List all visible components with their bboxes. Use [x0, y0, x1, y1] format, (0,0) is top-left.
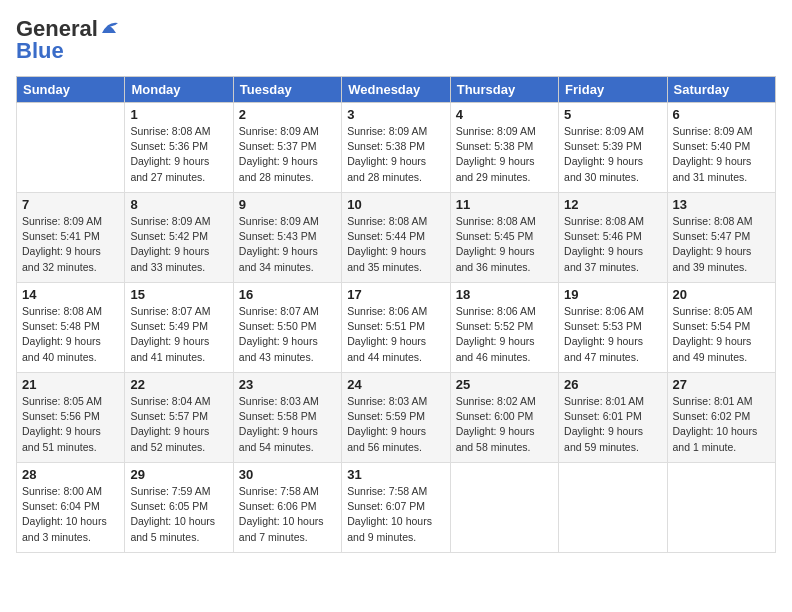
calendar-week-row: 7Sunrise: 8:09 AMSunset: 5:41 PMDaylight…	[17, 193, 776, 283]
calendar-cell: 7Sunrise: 8:09 AMSunset: 5:41 PMDaylight…	[17, 193, 125, 283]
day-number: 6	[673, 107, 770, 122]
calendar-cell	[559, 463, 667, 553]
calendar-week-row: 1Sunrise: 8:08 AMSunset: 5:36 PMDaylight…	[17, 103, 776, 193]
day-number: 13	[673, 197, 770, 212]
day-info: Sunrise: 8:06 AMSunset: 5:51 PMDaylight:…	[347, 304, 444, 365]
day-info: Sunrise: 8:05 AMSunset: 5:54 PMDaylight:…	[673, 304, 770, 365]
day-number: 30	[239, 467, 336, 482]
day-info: Sunrise: 8:02 AMSunset: 6:00 PMDaylight:…	[456, 394, 553, 455]
weekday-header-saturday: Saturday	[667, 77, 775, 103]
day-info: Sunrise: 8:04 AMSunset: 5:57 PMDaylight:…	[130, 394, 227, 455]
weekday-header-row: SundayMondayTuesdayWednesdayThursdayFrid…	[17, 77, 776, 103]
day-number: 23	[239, 377, 336, 392]
day-info: Sunrise: 8:07 AMSunset: 5:50 PMDaylight:…	[239, 304, 336, 365]
calendar-cell: 31Sunrise: 7:58 AMSunset: 6:07 PMDayligh…	[342, 463, 450, 553]
day-info: Sunrise: 8:09 AMSunset: 5:38 PMDaylight:…	[347, 124, 444, 185]
calendar-cell: 5Sunrise: 8:09 AMSunset: 5:39 PMDaylight…	[559, 103, 667, 193]
day-number: 20	[673, 287, 770, 302]
day-number: 29	[130, 467, 227, 482]
calendar-cell: 25Sunrise: 8:02 AMSunset: 6:00 PMDayligh…	[450, 373, 558, 463]
calendar-cell: 2Sunrise: 8:09 AMSunset: 5:37 PMDaylight…	[233, 103, 341, 193]
day-number: 25	[456, 377, 553, 392]
calendar-cell: 14Sunrise: 8:08 AMSunset: 5:48 PMDayligh…	[17, 283, 125, 373]
day-number: 14	[22, 287, 119, 302]
day-number: 18	[456, 287, 553, 302]
day-number: 31	[347, 467, 444, 482]
weekday-header-monday: Monday	[125, 77, 233, 103]
day-number: 9	[239, 197, 336, 212]
calendar-cell: 1Sunrise: 8:08 AMSunset: 5:36 PMDaylight…	[125, 103, 233, 193]
calendar-cell: 21Sunrise: 8:05 AMSunset: 5:56 PMDayligh…	[17, 373, 125, 463]
day-number: 7	[22, 197, 119, 212]
day-info: Sunrise: 7:58 AMSunset: 6:06 PMDaylight:…	[239, 484, 336, 545]
day-number: 19	[564, 287, 661, 302]
day-info: Sunrise: 8:03 AMSunset: 5:58 PMDaylight:…	[239, 394, 336, 455]
day-info: Sunrise: 8:03 AMSunset: 5:59 PMDaylight:…	[347, 394, 444, 455]
day-number: 22	[130, 377, 227, 392]
day-number: 1	[130, 107, 227, 122]
day-info: Sunrise: 8:01 AMSunset: 6:01 PMDaylight:…	[564, 394, 661, 455]
day-number: 12	[564, 197, 661, 212]
calendar-cell: 4Sunrise: 8:09 AMSunset: 5:38 PMDaylight…	[450, 103, 558, 193]
calendar-cell: 15Sunrise: 8:07 AMSunset: 5:49 PMDayligh…	[125, 283, 233, 373]
weekday-header-tuesday: Tuesday	[233, 77, 341, 103]
day-info: Sunrise: 8:09 AMSunset: 5:42 PMDaylight:…	[130, 214, 227, 275]
weekday-header-thursday: Thursday	[450, 77, 558, 103]
day-number: 11	[456, 197, 553, 212]
page-header: General Blue	[16, 16, 776, 64]
calendar-cell	[450, 463, 558, 553]
day-number: 21	[22, 377, 119, 392]
calendar-cell	[667, 463, 775, 553]
day-number: 4	[456, 107, 553, 122]
calendar-week-row: 14Sunrise: 8:08 AMSunset: 5:48 PMDayligh…	[17, 283, 776, 373]
day-number: 2	[239, 107, 336, 122]
calendar-table: SundayMondayTuesdayWednesdayThursdayFrid…	[16, 76, 776, 553]
day-number: 8	[130, 197, 227, 212]
day-info: Sunrise: 8:08 AMSunset: 5:46 PMDaylight:…	[564, 214, 661, 275]
calendar-cell: 29Sunrise: 7:59 AMSunset: 6:05 PMDayligh…	[125, 463, 233, 553]
day-info: Sunrise: 8:09 AMSunset: 5:41 PMDaylight:…	[22, 214, 119, 275]
day-info: Sunrise: 8:08 AMSunset: 5:44 PMDaylight:…	[347, 214, 444, 275]
calendar-cell: 30Sunrise: 7:58 AMSunset: 6:06 PMDayligh…	[233, 463, 341, 553]
day-info: Sunrise: 8:06 AMSunset: 5:53 PMDaylight:…	[564, 304, 661, 365]
day-number: 17	[347, 287, 444, 302]
day-info: Sunrise: 8:07 AMSunset: 5:49 PMDaylight:…	[130, 304, 227, 365]
day-info: Sunrise: 8:09 AMSunset: 5:43 PMDaylight:…	[239, 214, 336, 275]
day-info: Sunrise: 8:01 AMSunset: 6:02 PMDaylight:…	[673, 394, 770, 455]
day-info: Sunrise: 7:58 AMSunset: 6:07 PMDaylight:…	[347, 484, 444, 545]
calendar-cell: 12Sunrise: 8:08 AMSunset: 5:46 PMDayligh…	[559, 193, 667, 283]
day-number: 10	[347, 197, 444, 212]
calendar-cell: 17Sunrise: 8:06 AMSunset: 5:51 PMDayligh…	[342, 283, 450, 373]
calendar-cell: 10Sunrise: 8:08 AMSunset: 5:44 PMDayligh…	[342, 193, 450, 283]
weekday-header-friday: Friday	[559, 77, 667, 103]
calendar-cell: 6Sunrise: 8:09 AMSunset: 5:40 PMDaylight…	[667, 103, 775, 193]
day-number: 5	[564, 107, 661, 122]
day-number: 15	[130, 287, 227, 302]
day-info: Sunrise: 8:09 AMSunset: 5:39 PMDaylight:…	[564, 124, 661, 185]
day-info: Sunrise: 8:09 AMSunset: 5:40 PMDaylight:…	[673, 124, 770, 185]
calendar-cell: 8Sunrise: 8:09 AMSunset: 5:42 PMDaylight…	[125, 193, 233, 283]
day-number: 28	[22, 467, 119, 482]
logo-bird-icon	[100, 19, 122, 37]
calendar-cell: 11Sunrise: 8:08 AMSunset: 5:45 PMDayligh…	[450, 193, 558, 283]
calendar-cell: 19Sunrise: 8:06 AMSunset: 5:53 PMDayligh…	[559, 283, 667, 373]
day-info: Sunrise: 8:08 AMSunset: 5:45 PMDaylight:…	[456, 214, 553, 275]
day-info: Sunrise: 8:05 AMSunset: 5:56 PMDaylight:…	[22, 394, 119, 455]
day-info: Sunrise: 8:09 AMSunset: 5:38 PMDaylight:…	[456, 124, 553, 185]
day-number: 26	[564, 377, 661, 392]
logo: General Blue	[16, 16, 122, 64]
calendar-cell: 20Sunrise: 8:05 AMSunset: 5:54 PMDayligh…	[667, 283, 775, 373]
calendar-cell: 24Sunrise: 8:03 AMSunset: 5:59 PMDayligh…	[342, 373, 450, 463]
calendar-cell: 3Sunrise: 8:09 AMSunset: 5:38 PMDaylight…	[342, 103, 450, 193]
day-info: Sunrise: 8:08 AMSunset: 5:48 PMDaylight:…	[22, 304, 119, 365]
day-number: 27	[673, 377, 770, 392]
calendar-cell	[17, 103, 125, 193]
day-info: Sunrise: 8:00 AMSunset: 6:04 PMDaylight:…	[22, 484, 119, 545]
calendar-cell: 13Sunrise: 8:08 AMSunset: 5:47 PMDayligh…	[667, 193, 775, 283]
day-number: 24	[347, 377, 444, 392]
day-info: Sunrise: 8:09 AMSunset: 5:37 PMDaylight:…	[239, 124, 336, 185]
calendar-week-row: 28Sunrise: 8:00 AMSunset: 6:04 PMDayligh…	[17, 463, 776, 553]
day-info: Sunrise: 8:06 AMSunset: 5:52 PMDaylight:…	[456, 304, 553, 365]
calendar-cell: 23Sunrise: 8:03 AMSunset: 5:58 PMDayligh…	[233, 373, 341, 463]
day-number: 16	[239, 287, 336, 302]
